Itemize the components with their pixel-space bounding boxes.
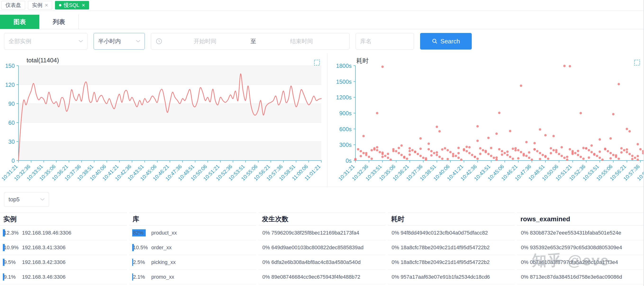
table-row[interactable]: 0%830b8732e7eee553431bfaba501e524e (517, 225, 644, 240)
table-column: 耗时0%94f8dd4949c0123cfb04a0d75dfacc820%18… (388, 212, 515, 284)
end-time-placeholder[interactable]: 结束时间 (258, 38, 344, 45)
chart-title: total(11404) (26, 57, 59, 64)
close-icon[interactable]: × (45, 2, 48, 8)
row-value: 192.168.3.46:3306 (22, 274, 66, 280)
percent-label: 0% (261, 244, 271, 251)
db-name-input[interactable] (356, 33, 414, 50)
table-row[interactable]: 9.5%192.168.3.42:3306 (0, 255, 127, 270)
table-row[interactable]: 9.1%192.168.3.46:3306 (0, 270, 127, 284)
svg-text:30: 30 (8, 138, 15, 145)
row-value: 6dfa2e6b308a4bf8ac4c83a4580a540d (271, 259, 360, 265)
table-row[interactable]: 0%89e08746684cc9ec675943f4fe488b72 (258, 270, 386, 284)
percent-label: 0% (391, 259, 401, 265)
row-value: 94f8dd4949c0123cfb04a0d75dfacc82 (401, 230, 488, 236)
percent-label: 0% (520, 230, 530, 236)
tab-label: 仪表盘 (6, 2, 21, 9)
window-tab-dashboard[interactable]: 仪表盘 (2, 1, 25, 10)
percent-label: 0% (261, 230, 271, 236)
date-range-separator: 至 (248, 38, 258, 45)
table-row[interactable]: 2.1%promo_xx (129, 270, 256, 284)
percent-label: 0% (391, 244, 401, 251)
table-row[interactable]: 0%94f8dd4949c0123cfb04a0d75dfacc82 (388, 225, 515, 240)
percent-label: 82% (132, 230, 152, 236)
row-value: 649d9ae00103bc800822dec8585839ad (271, 244, 364, 251)
percent-label: 12.3% (3, 230, 22, 236)
table-column: 实例12.3%192.168.198.46:330610.9%192.168.3… (0, 212, 127, 284)
total-line-chart-panel: total(11404) 030609012015010:31:2110:32:… (0, 53, 328, 187)
date-range-picker[interactable]: 开始时间 至 结束时间 (151, 33, 350, 50)
row-value: 192.168.3.41:3306 (22, 244, 66, 251)
row-value: 192.168.198.46:3306 (22, 230, 71, 236)
table-row[interactable]: 82%product_xx (129, 225, 256, 240)
fullscreen-icon[interactable] (314, 60, 320, 66)
column-header: 实例 (0, 213, 127, 225)
search-button[interactable]: Search (420, 33, 472, 50)
instance-select[interactable]: 全部实例 (4, 33, 88, 50)
svg-text:0: 0 (12, 157, 15, 164)
tab-list-view[interactable]: 列表 (39, 15, 79, 29)
svg-text:900s: 900s (339, 110, 352, 116)
table-row[interactable]: 0%18a8cfc78be2049c21d14f95d54722b2 (388, 255, 515, 270)
table-row[interactable]: 10.9%192.168.3.41:3306 (0, 240, 127, 255)
window-tab-slowsql[interactable]: 慢SQL × (55, 1, 89, 10)
percent-label: 0% (391, 230, 401, 236)
row-value: 830b8732e7eee553431bfaba501e524e (530, 230, 621, 236)
percent-label: 0% (391, 274, 401, 280)
chevron-down-icon (40, 198, 44, 201)
table-row[interactable]: 0%6dfa2e6b308a4bf8ac4c83a4580a540d (258, 255, 386, 270)
svg-text:1200s: 1200s (336, 94, 352, 101)
table-row[interactable]: 0%649d9ae00103bc800822dec8585839ad (258, 240, 386, 255)
watermark: 知乎 @eve (532, 250, 609, 270)
percent-label: 9.1% (3, 274, 22, 280)
table-row[interactable]: 0%7596209c38f25f8bec12169ba2173fa4 (258, 225, 386, 240)
top5-tables: 实例12.3%192.168.198.46:330610.9%192.168.3… (0, 212, 644, 284)
percent-label: 10.9% (3, 244, 22, 251)
row-value: 192.168.3.42:3306 (22, 259, 66, 265)
table-row[interactable]: 0%18a8cfc78be2049c21d14f95d54722b2 (388, 240, 515, 255)
column-header: 发生次数 (258, 213, 386, 225)
tab-label: 实例 (32, 2, 42, 9)
row-value: picking_xx (152, 259, 176, 265)
svg-text:150: 150 (5, 63, 15, 69)
row-value: 89e08746684cc9ec675943f4fe488b72 (271, 274, 360, 280)
table-row[interactable]: 0%957a17aaf63e07e91b1fa2534dc18cd6 (388, 270, 515, 284)
table-column: 发生次数0%7596209c38f25f8bec12169ba2173fa40%… (258, 212, 386, 284)
svg-text:60: 60 (8, 120, 15, 126)
svg-text:0s: 0s (346, 157, 352, 164)
svg-text:1500s: 1500s (336, 79, 352, 85)
row-value: 7596209c38f25f8bec12169ba2173fa4 (271, 230, 359, 236)
percent-label: 0% (520, 274, 530, 280)
svg-text:1800s: 1800s (336, 63, 352, 69)
table-row[interactable]: 0%8713ec87da384516d758e3e6ac09086d (517, 270, 644, 284)
chevron-down-icon (79, 40, 83, 43)
top5-select[interactable]: top5 (4, 192, 49, 207)
svg-text:300s: 300s (339, 142, 352, 148)
view-tab-bar: 图表 列表 (0, 15, 644, 29)
window-tab-instance[interactable]: 实例 × (28, 1, 52, 10)
table-column: rows_examined0%830b8732e7eee553431bfaba5… (517, 212, 644, 284)
svg-text:90: 90 (8, 101, 15, 107)
percent-label: 0% (261, 274, 271, 280)
filter-bar: 全部实例 半小时内 开始时间 至 结束时间 Search (0, 29, 644, 53)
percent-label: 9.5% (3, 259, 22, 265)
time-range-select[interactable]: 半小时内 (94, 33, 145, 50)
fullscreen-icon[interactable] (634, 60, 640, 66)
tab-chart-view[interactable]: 图表 (0, 15, 39, 29)
duration-scatter-chart-panel: 耗时 0s300s600s900s1200s1500s1800s10:31:21… (328, 53, 644, 187)
column-header: 耗时 (388, 213, 515, 225)
chart-title: 耗时 (356, 57, 369, 65)
table-row[interactable]: 2.5%picking_xx (129, 255, 256, 270)
charts-row: total(11404) 030609012015010:31:2110:32:… (0, 53, 644, 187)
row-value: promo_xx (152, 274, 174, 280)
percent-label: 2.1% (132, 274, 152, 280)
total-line-chart: 030609012015010:31:2110:32:3610:33:5110:… (0, 53, 326, 187)
row-value: order_xx (152, 244, 172, 251)
column-header: 库 (129, 213, 256, 225)
table-row[interactable]: 12.3%192.168.198.46:3306 (0, 225, 127, 240)
table-row[interactable]: 10.5%order_xx (129, 240, 256, 255)
close-icon[interactable]: × (82, 2, 85, 8)
clock-icon (156, 38, 162, 44)
svg-text:600s: 600s (339, 126, 352, 132)
percent-label: 2.5% (132, 259, 152, 265)
start-time-placeholder[interactable]: 开始时间 (162, 38, 248, 45)
